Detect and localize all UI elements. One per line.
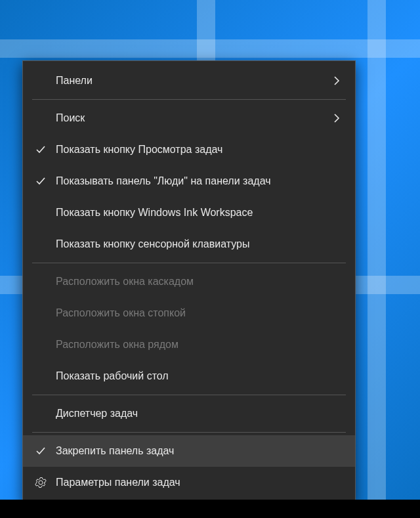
menu-item-task-manager[interactable]: Диспетчер задач [23, 398, 355, 429]
menu-item-label: Расположить окна рядом [49, 339, 343, 351]
menu-item-stack: Расположить окна стопкой [23, 297, 355, 329]
menu-item-label: Панели [49, 75, 330, 87]
menu-item-taskbar-settings[interactable]: Параметры панели задач [23, 467, 355, 498]
menu-item-toolbars[interactable]: Панели [23, 65, 355, 97]
gear-icon [32, 477, 49, 488]
taskbar-context-menu: ПанелиПоискПоказать кнопку Просмотра зад… [22, 60, 356, 503]
menu-item-label: Показать рабочий стол [49, 370, 343, 382]
chevron-right-icon [330, 113, 343, 123]
menu-separator [32, 263, 346, 263]
menu-item-show-people[interactable]: Показывать панель "Люди" на панели задач [23, 165, 355, 197]
menu-separator [32, 395, 346, 395]
menu-item-label: Расположить окна каскадом [49, 276, 343, 288]
check-icon [32, 144, 49, 155]
menu-item-side-by-side: Расположить окна рядом [23, 329, 355, 360]
menu-item-label: Диспетчер задач [49, 408, 343, 420]
menu-separator [32, 432, 346, 433]
chevron-right-icon [330, 76, 343, 86]
check-icon [32, 446, 49, 456]
menu-item-lock-taskbar[interactable]: Закрепить панель задач [23, 435, 355, 467]
menu-item-label: Показывать панель "Люди" на панели задач [49, 175, 343, 187]
menu-item-show-desktop[interactable]: Показать рабочий стол [23, 360, 355, 392]
menu-item-label: Расположить окна стопкой [49, 307, 343, 319]
menu-item-show-touch-kb[interactable]: Показать кнопку сенсорной клавиатуры [23, 228, 355, 260]
menu-item-label: Показать кнопку Просмотра задач [49, 144, 343, 156]
taskbar[interactable] [0, 500, 420, 518]
menu-separator [32, 99, 346, 100]
check-icon [32, 176, 49, 186]
menu-item-search[interactable]: Поиск [23, 102, 355, 134]
menu-item-label: Параметры панели задач [49, 477, 343, 488]
menu-item-cascade: Расположить окна каскадом [23, 266, 355, 297]
menu-item-label: Показать кнопку Windows Ink Workspace [49, 207, 343, 219]
menu-item-label: Поиск [49, 112, 330, 124]
menu-item-show-task-view[interactable]: Показать кнопку Просмотра задач [23, 134, 355, 165]
menu-item-label: Закрепить панель задач [49, 445, 343, 457]
menu-item-label: Показать кнопку сенсорной клавиатуры [49, 238, 343, 250]
menu-item-show-ink[interactable]: Показать кнопку Windows Ink Workspace [23, 197, 355, 228]
